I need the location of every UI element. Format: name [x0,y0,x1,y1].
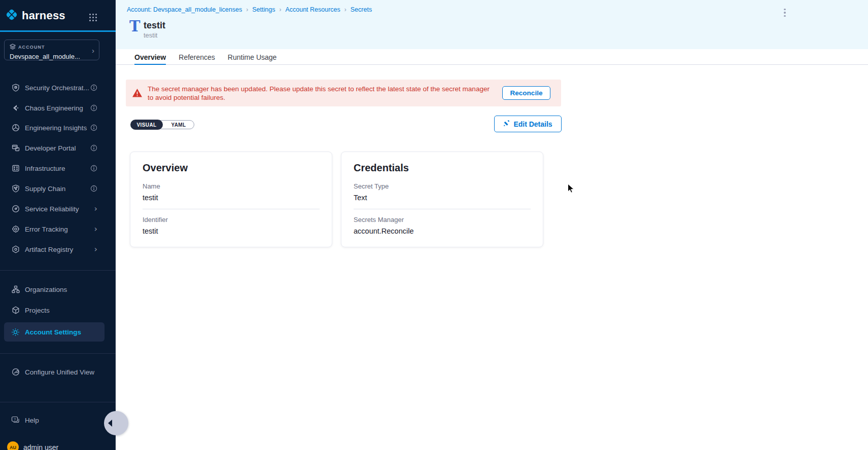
sidebar-item-infrastructure[interactable]: Infrastructure [4,161,105,175]
breadcrumb: Account: Devspace_all_module_licenses › … [127,6,372,13]
account-label: ACCOUNT [18,45,45,50]
kebab-menu-icon[interactable] [780,7,789,18]
wrench-circle-icon [11,368,20,377]
sidebar-divider [0,353,116,354]
tab-panel-overview: The secret manager has been updated. Ple… [116,65,868,450]
warning-message: The secret manager has been updated. Ple… [148,85,490,102]
chevron-right-icon: › [279,6,281,13]
card-title: Credentials [354,162,531,174]
page-header: Account: Devspace_all_module_licenses › … [116,0,868,49]
warning-triangle-icon [132,88,143,98]
sidebar-item-label: Engineering Insights [25,124,90,132]
sidebar-item-label: Developer Portal [25,144,90,152]
tab-bar: Overview References Runtime Usage [116,49,868,65]
sidebar-item-projects[interactable]: Projects [4,303,105,317]
sidebar-item-chaos-engineering[interactable]: Chaos Engineering [4,101,105,115]
sidebar-item-label: Error Tracking [25,226,94,233]
chevron-right-icon: › [246,6,248,13]
info-icon[interactable] [90,144,97,152]
target-icon [11,225,20,234]
info-icon[interactable] [90,185,97,192]
org-chart-icon [11,285,20,294]
overview-card: Overview Name testit Identifier testit [130,152,332,247]
page-title: testit [144,20,165,31]
harness-diamond-icon [5,8,18,23]
reliability-icon [11,205,20,213]
sidebar-divider [0,402,116,402]
sidebar: harness ACCOUNT Devspace_all_module... › [0,0,116,450]
sidebar-item-artifact-registry[interactable]: Artifact Registry › [4,242,105,256]
sidebar-item-supply-chain[interactable]: Supply Chain [4,181,105,196]
secret-type-letter-icon: T [129,19,141,34]
infrastructure-icon [11,164,20,173]
sidebar-item-error-tracking[interactable]: Error Tracking › [4,222,105,236]
sidebar-item-label: Infrastructure [25,165,90,172]
divider [143,209,320,209]
shield-icon [11,84,20,92]
sidebar-item-security-orchestration[interactable]: Security Orchestrat... [4,81,105,95]
gear-icon [11,328,20,336]
info-icon[interactable] [90,84,97,91]
chevron-right-icon: › [94,245,97,253]
sidebar-item-label: Organizations [25,286,97,293]
info-icon[interactable] [90,124,97,131]
chaos-icon [11,104,20,113]
breadcrumb-link-account-resources[interactable]: Account Resources [285,6,340,13]
toggle-option-yaml[interactable]: YAML [163,120,194,129]
layers-icon [10,43,16,52]
sidebar-item-help[interactable]: ? Help [4,413,105,427]
supply-chain-icon [11,184,20,193]
chevron-right-icon: › [92,46,94,55]
mouse-cursor [567,183,575,196]
field-label: Name [143,182,320,190]
portal-icon [11,144,20,153]
field-value: testit [143,194,320,202]
breadcrumb-link-settings[interactable]: Settings [252,6,275,13]
sidebar-item-label: Artifact Registry [25,246,94,253]
help-chat-icon: ? [11,416,20,425]
logo-text: harness [22,9,65,22]
sidebar-item-label: Help [25,417,97,424]
harness-logo[interactable]: harness [5,8,65,23]
field-label: Secret Type [354,182,531,190]
avatar: AU [7,441,19,450]
sidebar-accent-line [0,30,116,32]
info-icon[interactable] [90,104,97,111]
sidebar-collapse-handle[interactable] [104,411,128,435]
page-subtitle: testit [144,31,157,39]
account-name: Devspace_all_module... [10,53,94,60]
sidebar-item-developer-portal[interactable]: Developer Portal [4,141,105,155]
sidebar-item-label: Configure Unified View [25,368,97,376]
sidebar-item-configure-unified-view[interactable]: Configure Unified View [4,365,105,379]
sidebar-item-account-settings[interactable]: Account Settings [4,322,105,342]
account-selector[interactable]: ACCOUNT Devspace_all_module... › [4,40,99,60]
apps-grid-icon[interactable] [89,14,98,23]
tab-references[interactable]: References [179,49,215,65]
sidebar-item-label: Account Settings [25,328,97,336]
sidebar-item-service-reliability[interactable]: Service Reliability › [4,202,105,216]
sidebar-divider [0,270,116,271]
field-value: Text [354,194,531,202]
sidebar-item-engineering-insights[interactable]: Engineering Insights [4,121,105,135]
edit-details-button[interactable]: Edit Details [494,116,562,132]
field-value: testit [143,227,320,235]
sidebar-item-organizations[interactable]: Organizations [4,282,105,296]
info-icon[interactable] [90,165,97,172]
breadcrumb-link-secrets[interactable]: Secrets [351,6,372,13]
toggle-option-visual[interactable]: VISUAL [130,120,163,130]
visual-yaml-toggle: YAML VISUAL [131,120,194,129]
field-value: account.Reconcile [354,227,531,235]
cube-icon [11,306,20,315]
tab-runtime-usage[interactable]: Runtime Usage [228,49,277,65]
harness-app: harness ACCOUNT Devspace_all_module... › [0,0,868,450]
sidebar-item-label: Projects [25,307,97,314]
chevron-left-icon [108,420,112,427]
divider [354,209,531,209]
user-menu[interactable]: AU admin user [7,441,58,450]
hexagon-box-icon [11,245,20,254]
field-label: Identifier [143,216,320,223]
breadcrumb-link-account[interactable]: Account: Devspace_all_module_licenses [127,6,242,13]
credentials-card: Credentials Secret Type Text Secrets Man… [341,152,543,247]
reconcile-button[interactable]: Reconcile [502,86,550,100]
tab-overview[interactable]: Overview [134,49,166,65]
